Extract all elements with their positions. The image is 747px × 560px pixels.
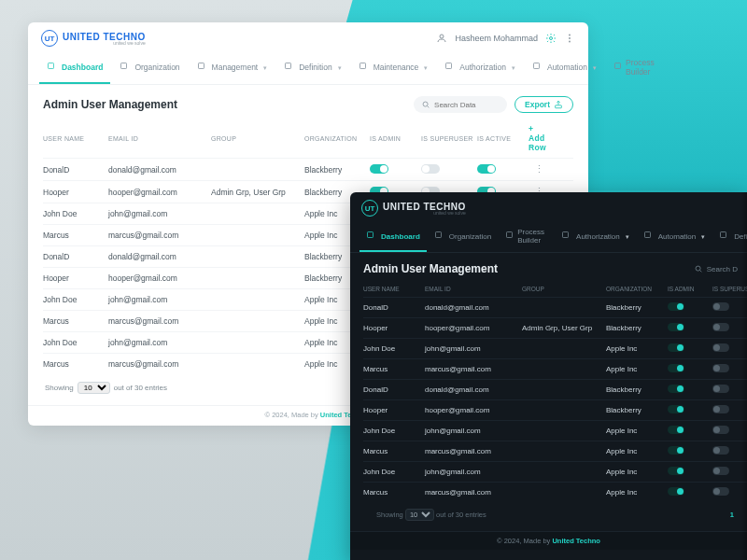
toggle-superuser[interactable] [712,467,729,475]
search-icon [694,264,703,273]
footer-brand-link[interactable]: United Techno [552,537,600,545]
tab-icon [366,231,377,242]
cell-user: Marcus [43,316,108,326]
cell-email: john@gmail.com [425,468,522,476]
cell-user: Marcus [363,447,425,455]
svg-rect-20 [721,232,726,238]
svg-point-1 [550,37,553,40]
search-input[interactable] [434,101,500,109]
chevron-down-icon [699,232,705,241]
toggle-admin[interactable] [668,302,684,311]
cell-user: Marcus [43,231,108,240]
col-group: GROUP [522,286,606,292]
tab-label: Definition [299,63,331,72]
svg-rect-18 [563,232,569,238]
toggle-admin[interactable] [668,487,684,496]
tab-authorization[interactable]: Authorization [437,52,523,84]
toggle-admin[interactable] [668,323,684,331]
tab-icon [613,62,622,73]
toggle-admin[interactable] [370,164,388,174]
svg-rect-6 [121,63,127,69]
toggle-superuser[interactable] [712,446,729,455]
cell-email: john@gmail.com [108,209,211,218]
tab-dashboard[interactable]: Dashboard [359,222,427,252]
toggle-superuser[interactable] [712,323,729,331]
cell-email: john@gmail.com [108,295,211,304]
toggle-admin[interactable] [668,467,684,475]
chevron-down-icon [422,63,428,72]
col-group: GROUP [211,135,304,142]
tab-label: Process Builder [517,228,547,245]
tab-authorization[interactable]: Authorization [555,222,636,252]
tab-label: Automation [547,63,587,72]
cell-user: DonalD [43,252,108,261]
toggle-superuser[interactable] [712,405,729,413]
tab-definition[interactable]: Definition [276,52,348,84]
page-size-select[interactable]: 10 [405,509,434,521]
cell-email: hooper@gmail.com [425,324,522,332]
col-admin: IS ADMIN [668,286,712,292]
toggle-superuser[interactable] [712,487,729,496]
cell-user: Hooper [363,406,425,414]
cell-org: Blackberry [606,303,668,312]
cell-email: marcus@gmail.com [108,316,211,326]
toggle-superuser[interactable] [712,302,729,311]
search-box[interactable] [414,96,507,113]
tab-automation[interactable]: Automation [525,52,604,84]
tab-label: Management [212,63,259,72]
table-row: Marcusmarcus@gmail.comApple Inc [363,358,747,379]
toggle-admin[interactable] [668,385,684,393]
toggle-admin[interactable] [668,405,684,413]
toggle-superuser[interactable] [712,385,729,393]
tab-dashboard[interactable]: Dashboard [39,52,110,84]
export-icon [554,100,563,109]
tab-organization[interactable]: Organization [112,52,187,84]
tab-management[interactable]: Management [190,52,275,84]
kebab-icon[interactable] [564,33,575,44]
pager-total: out of 30 entries [114,384,167,392]
export-label: Export [525,100,550,109]
export-button[interactable]: Export [514,96,573,113]
cell-org: Apple Inc [606,427,668,435]
page-size-select[interactable]: 10 [78,382,110,394]
pager-showing: Showing [45,384,74,392]
toggle-superuser[interactable] [712,343,729,352]
toggle-admin[interactable] [668,446,684,455]
tab-automation[interactable]: Automation [637,222,712,252]
cell-org: Apple Inc [606,344,668,353]
toggle-active[interactable] [477,164,496,174]
tab-process-builder[interactable]: Process Builder [606,52,665,84]
tab-process-builder[interactable]: Process Builder [499,222,554,252]
svg-rect-16 [435,232,441,238]
tab-label: Process Builder [626,58,657,77]
add-row-button[interactable]: + Add Row [529,124,549,152]
cell-org: Apple Inc [606,447,668,455]
toggle-superuser[interactable] [712,364,729,372]
search-box[interactable]: Search D [694,264,738,273]
row-menu-icon[interactable]: ⋮ [529,163,549,175]
table-row: John Doejohn@gmail.comApple Inc [363,461,747,482]
tab-maintenance[interactable]: Maintenance [351,52,436,84]
cell-email: donald@gmail.com [108,165,211,175]
cell-email: hooper@gmail.com [425,406,522,414]
toggle-superuser[interactable] [712,426,729,434]
nav-tabs: DashboardOrganizationManagementDefinitio… [28,50,588,85]
svg-rect-9 [359,63,365,69]
cell-user: John Doe [363,427,425,435]
table-row: Hooperhooper@gmail.comAdmin Grp, User Gr… [363,317,747,338]
footer-brand-link[interactable]: United Te [320,411,352,419]
gear-icon[interactable] [545,33,557,44]
chevron-down-icon [624,232,629,241]
toggle-admin[interactable] [668,364,684,372]
toggle-admin[interactable] [668,426,684,434]
chevron-down-icon [336,63,342,72]
topbar: UT UNITED TECHNO united we solve [350,192,747,220]
page-current[interactable]: 1 [730,511,734,519]
tab-definition[interactable]: Definition [712,222,747,252]
toggle-superuser[interactable] [421,164,440,174]
tab-icon [532,62,543,73]
chevron-down-icon [591,63,597,72]
svg-rect-5 [49,63,54,69]
tab-organization[interactable]: Organization [428,222,498,252]
toggle-admin[interactable] [668,343,684,352]
